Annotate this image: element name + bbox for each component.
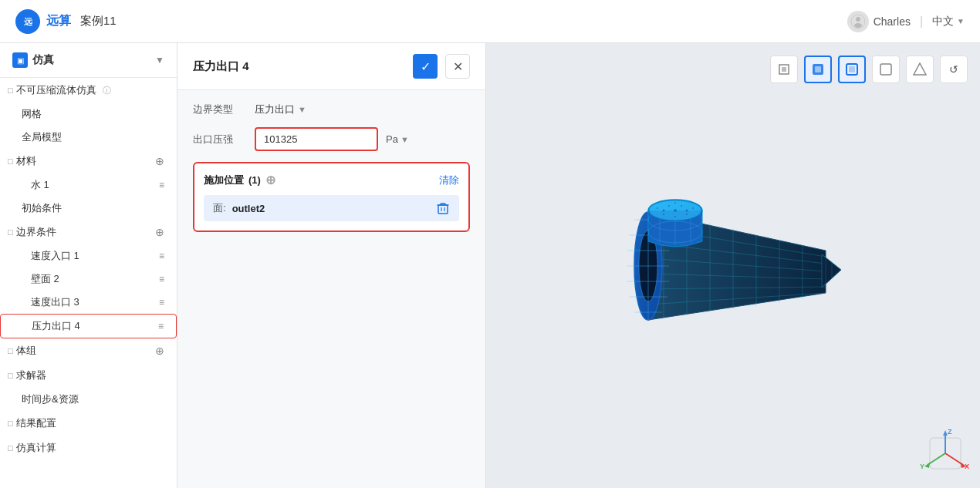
svg-rect-5 <box>438 205 448 214</box>
svg-point-57 <box>681 205 682 207</box>
sidebar-item-mesh[interactable]: 网格 <box>0 103 177 126</box>
view-wireframe-solid-button[interactable] <box>838 56 866 83</box>
chevron-down-icon: ▼ <box>400 135 409 144</box>
info-icon: ⓘ <box>103 85 111 96</box>
sidebar-section-sim-calc[interactable]: □ 仿真计算 <box>0 436 177 460</box>
svg-marker-19 <box>914 63 926 75</box>
boundary-type-label: 边界类型 <box>193 103 247 116</box>
location-title-text: 施加位置 <box>204 173 244 187</box>
add-icon[interactable]: ⊕ <box>155 155 164 167</box>
sidebar-section-group[interactable]: □ 体组 ⊕ <box>0 338 177 363</box>
sidebar-item-initial-cond[interactable]: 初始条件 <box>0 197 177 220</box>
sidebar-item-incompressible[interactable]: □ 不可压缩流体仿真 ⓘ <box>0 78 177 103</box>
view-wireframe-button[interactable] <box>872 56 900 83</box>
sidebar-item-label: 不可压缩流体仿真 <box>16 83 96 97</box>
panel-body: 边界类型 压力出口 ▼ 出口压强 Pa ▼ 施加位置 <box>177 90 485 244</box>
svg-marker-74 <box>924 463 930 468</box>
svg-text:Y: Y <box>920 463 924 470</box>
expand-icon: □ <box>8 419 13 428</box>
sidebar-item-label: 时间步&资源 <box>22 392 79 406</box>
menu-icon[interactable]: ≡ <box>158 321 164 332</box>
chevron-down-icon: ▼ <box>298 105 306 114</box>
svg-point-3 <box>856 17 860 22</box>
expand-icon: □ <box>8 156 13 166</box>
clear-button[interactable]: 清除 <box>439 173 459 187</box>
expand-icon: □ <box>8 86 13 95</box>
location-item: 面: outlet2 <box>204 195 459 221</box>
svg-point-51 <box>674 209 677 212</box>
sidebar-item-outlet3[interactable]: 速度出口 3 ≡ <box>0 291 177 314</box>
sidebar-item-label: 压力出口 4 <box>32 319 80 333</box>
panel-header: 压力出口 4 ✓ ✕ <box>177 43 485 90</box>
add-location-icon[interactable]: ⊕ <box>265 173 275 187</box>
sidebar-module-icon: ▣ <box>12 52 28 68</box>
location-item-prefix: 面: <box>213 201 226 215</box>
sidebar-section-solver[interactable]: □ 求解器 <box>0 363 177 388</box>
expand-icon: □ <box>8 346 13 355</box>
view-solid-button[interactable] <box>804 56 832 83</box>
boundary-type-dropdown[interactable]: 压力出口 ▼ <box>255 103 306 116</box>
outlet-pressure-input[interactable] <box>255 127 378 151</box>
case-title[interactable]: 案例11 <box>80 14 117 29</box>
svg-text:远: 远 <box>24 17 33 26</box>
logo: 远 远算 <box>15 9 71 34</box>
view-edge-button[interactable] <box>906 56 934 83</box>
menu-icon[interactable]: ≡ <box>159 180 164 190</box>
sidebar-item-label: 结果配置 <box>16 416 56 430</box>
3d-mesh-object <box>602 158 864 374</box>
delete-location-button[interactable] <box>436 201 450 215</box>
view-all-button[interactable] <box>770 56 798 83</box>
expand-icon: □ <box>8 227 13 237</box>
sidebar-item-label: 水 1 <box>31 178 49 192</box>
sidebar-title: 仿真 <box>32 53 54 67</box>
sidebar-item-label: 网格 <box>22 107 42 121</box>
sidebar-item-wall2[interactable]: 壁面 2 ≡ <box>0 268 177 291</box>
svg-rect-18 <box>880 64 891 75</box>
viewport: ↺ <box>486 43 980 488</box>
sidebar-item-time-resource[interactable]: 时间步&资源 <box>0 388 177 411</box>
unit-dropdown[interactable]: Pa ▼ <box>386 133 409 145</box>
panel-actions: ✓ ✕ <box>413 54 470 79</box>
sidebar-item-label: 速度入口 1 <box>31 249 79 263</box>
header: 远 远算 案例11 Charles | 中文 ▼ <box>0 0 980 43</box>
sidebar-section-boundary[interactable]: □ 边界条件 ⊕ <box>0 220 177 244</box>
sidebar-item-global-model[interactable]: 全局模型 <box>0 126 177 149</box>
sidebar-item-label: 边界条件 <box>16 225 56 239</box>
svg-text:Z: Z <box>948 428 952 436</box>
confirm-button[interactable]: ✓ <box>413 54 438 79</box>
outlet-pressure-label: 出口压强 <box>193 133 247 146</box>
main-layout: ▣ 仿真 ▼ □ 不可压缩流体仿真 ⓘ 网格 全局模型 □ 材料 ⊕ 水 1 ≡… <box>0 43 980 488</box>
avatar <box>847 11 869 32</box>
sidebar-item-water1[interactable]: 水 1 ≡ <box>0 173 177 197</box>
menu-icon[interactable]: ≡ <box>159 274 164 284</box>
svg-point-59 <box>663 214 664 215</box>
add-icon[interactable]: ⊕ <box>155 345 164 357</box>
unit-text: Pa <box>386 133 398 145</box>
boundary-type-value: 压力出口 <box>255 103 295 116</box>
close-button[interactable]: ✕ <box>445 54 470 79</box>
svg-point-55 <box>692 207 694 209</box>
svg-rect-13 <box>782 67 786 72</box>
menu-icon[interactable]: ≡ <box>159 251 164 261</box>
svg-rect-15 <box>815 66 821 72</box>
boundary-type-row: 边界类型 压力出口 ▼ <box>193 103 470 116</box>
sidebar-section-result-config[interactable]: □ 结果配置 <box>0 411 177 436</box>
reset-view-button[interactable]: ↺ <box>940 56 968 83</box>
location-item-name: outlet2 <box>232 203 430 214</box>
header-right: Charles | 中文 ▼ <box>847 11 965 32</box>
header-divider: | <box>920 15 923 29</box>
menu-icon[interactable]: ≡ <box>159 297 164 308</box>
sidebar-item-pressure4[interactable]: 压力出口 4 ≡ <box>0 314 177 338</box>
svg-point-60 <box>674 216 676 217</box>
sidebar-collapse-icon[interactable]: ▼ <box>155 55 164 66</box>
svg-rect-17 <box>849 66 855 72</box>
sidebar-item-inlet1[interactable]: 速度入口 1 ≡ <box>0 244 177 268</box>
sidebar-item-label: 求解器 <box>16 369 46 382</box>
sidebar-section-material[interactable]: □ 材料 ⊕ <box>0 149 177 173</box>
language-selector[interactable]: 中文 ▼ <box>932 15 965 29</box>
sidebar: ▣ 仿真 ▼ □ 不可压缩流体仿真 ⓘ 网格 全局模型 □ 材料 ⊕ 水 1 ≡… <box>0 43 177 488</box>
add-icon[interactable]: ⊕ <box>155 226 164 238</box>
svg-point-4 <box>854 23 862 28</box>
properties-panel: 压力出口 4 ✓ ✕ 边界类型 压力出口 ▼ 出口压强 Pa <box>177 43 486 488</box>
expand-icon: □ <box>8 443 13 453</box>
